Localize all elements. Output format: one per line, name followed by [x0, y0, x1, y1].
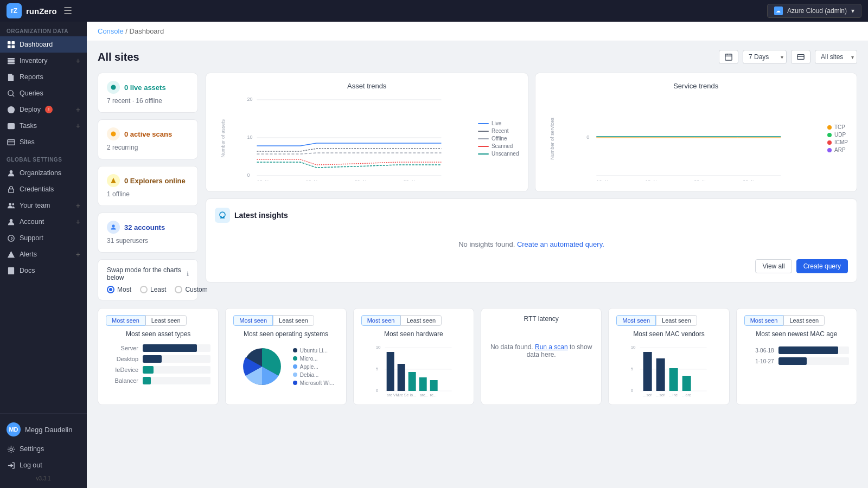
sidebar-item-organizations[interactable]: Organizations [0, 165, 87, 181]
run-scan-link[interactable]: Run a scan [535, 343, 568, 351]
legend-icmp-dot [827, 140, 832, 145]
mac-vendors-most-btn[interactable]: Most seen [616, 315, 656, 326]
os-least-btn[interactable]: Least seen [273, 315, 314, 326]
docs-icon [7, 266, 15, 275]
sidebar-item-alerts[interactable]: Alerts + [0, 246, 87, 262]
bar-row-server: Server [106, 344, 210, 352]
legend-udp-dot [827, 133, 832, 137]
create-query-button[interactable]: Create query [796, 259, 848, 273]
sidebar-item-deploy[interactable]: Deploy ! + [0, 101, 87, 118]
sidebar-item-tasks[interactable]: Tasks + [0, 118, 87, 134]
account-icon [7, 217, 15, 226]
bar-row-mac2: 1-10-27 [744, 357, 849, 365]
mac-age-least-btn[interactable]: Least seen [783, 315, 825, 326]
swap-least[interactable]: Least [140, 286, 166, 293]
swap-least-radio[interactable] [140, 286, 148, 293]
legend-live-line [478, 123, 489, 124]
legend-unscanned-line [478, 153, 489, 155]
svg-point-18 [8, 235, 14, 241]
asset-types-most-btn[interactable]: Most seen [106, 315, 145, 326]
sidebar-item-sites[interactable]: Sites [0, 134, 87, 150]
sidebar-item-credentials[interactable]: Credentials [0, 181, 87, 197]
stat-header-explorers: 0 Explorers online [107, 174, 189, 187]
svg-rect-28 [797, 55, 804, 60]
mac-vendors-least-btn[interactable]: Least seen [656, 315, 697, 326]
view-all-button[interactable]: View all [755, 259, 792, 273]
svg-rect-24 [725, 54, 732, 60]
sidebar-item-reports-label: Reports [20, 73, 43, 81]
svg-text:0: 0 [375, 388, 378, 393]
hardware-least-btn[interactable]: Least seen [400, 315, 442, 326]
deploy-plus-icon: + [76, 105, 80, 114]
sidebar-item-inventory[interactable]: Inventory + [0, 53, 87, 69]
stat-header-live: 0 live assets [107, 81, 189, 94]
sidebar-item-account-label: Account [20, 218, 44, 226]
breadcrumb-parent[interactable]: Console [98, 27, 124, 35]
organizations-icon [7, 169, 15, 177]
svg-point-30 [111, 85, 116, 90]
legend-scanned-line [478, 146, 489, 147]
breadcrumb-current: Dashboard [130, 27, 164, 35]
svg-text:0: 0 [631, 388, 634, 393]
bar-row-iedevice: IeDevice [106, 366, 210, 374]
page-header: All sites 7 Days 30 Days 90 Days [98, 50, 857, 64]
bar-server [143, 344, 197, 352]
insights-footer: View all Create query [215, 259, 848, 273]
hardware-most-btn[interactable]: Most seen [361, 315, 401, 326]
os-most-btn[interactable]: Most seen [233, 315, 273, 326]
sidebar-item-support-label: Support [20, 234, 43, 242]
hamburger-icon[interactable]: ☰ [63, 5, 72, 17]
user-profile[interactable]: MD Megg Daudelin [0, 418, 87, 441]
sidebar-item-your-team[interactable]: Your team + [0, 197, 87, 214]
sidebar-item-reports[interactable]: Reports [0, 69, 87, 85]
create-automated-query-link[interactable]: Create an automated query. [517, 240, 604, 248]
legend-scanned: Scanned [478, 143, 519, 149]
swap-most[interactable]: Most [107, 286, 131, 293]
period-select-wrapper: 7 Days 30 Days 90 Days [743, 50, 787, 64]
svg-point-31 [111, 132, 116, 137]
explorers-icon [107, 174, 120, 187]
swap-info-icon[interactable]: ℹ [187, 271, 189, 278]
sidebar-item-logout[interactable]: Log out [0, 457, 87, 473]
svg-rect-79 [669, 368, 678, 391]
swap-mode-section: Swap mode for the charts below ℹ Most Le… [98, 259, 198, 300]
site-select[interactable]: All sites [815, 50, 857, 64]
period-select[interactable]: 7 Days 30 Days 90 Days [743, 50, 787, 64]
svg-text:10: 10 [247, 134, 252, 140]
svg-text:...are: ...are [682, 393, 691, 396]
bar-mac2 [778, 357, 807, 365]
stat-header-accounts: 32 accounts [107, 221, 189, 234]
svg-text:...sof: ...sof [643, 393, 652, 396]
logo-text: runZero [26, 7, 57, 16]
version-label: v3.3.1 [0, 473, 87, 484]
sidebar-item-docs[interactable]: Docs [0, 262, 87, 279]
svg-text:are...: are... [419, 393, 428, 396]
sidebar-item-support[interactable]: Support [0, 230, 87, 246]
swap-custom-radio[interactable] [175, 286, 182, 293]
topbar-left: rZ runZero ☰ [7, 3, 72, 18]
sidebar-item-settings[interactable]: Settings [0, 441, 87, 457]
calendar-button[interactable] [719, 50, 738, 64]
sites-icon-button[interactable] [791, 50, 810, 64]
asset-types-least-btn[interactable]: Least seen [145, 315, 187, 326]
logout-label: Log out [20, 461, 42, 469]
legend-recent: Recent [478, 128, 519, 134]
sidebar-item-account[interactable]: Account + [0, 214, 87, 230]
your-team-icon [7, 201, 15, 210]
svg-point-32 [112, 224, 114, 227]
stat-card-live-assets: 0 live assets 7 recent · 16 offline [98, 73, 198, 113]
svg-text:16. Nov: 16. Nov [257, 179, 274, 181]
logo: rZ runZero [7, 3, 57, 18]
sidebar-item-sites-label: Sites [20, 138, 35, 146]
swap-custom[interactable]: Custom [175, 286, 207, 293]
cloud-selector[interactable]: ☁ Azure Cloud (admin) ▾ [767, 4, 861, 18]
mac-vendors-chart: 10 5 0 ...sof ...sof ...Inc ...are [616, 342, 721, 396]
sidebar-item-dashboard[interactable]: Dashboard [0, 36, 87, 53]
sidebar-item-queries[interactable]: Queries [0, 85, 87, 101]
mac-age-most-btn[interactable]: Most seen [744, 315, 784, 326]
swap-most-radio[interactable] [107, 286, 114, 293]
explorers-sub: 1 offline [107, 190, 189, 198]
sidebar-item-queries-label: Queries [20, 89, 43, 97]
insights-panel: Latest insights No insights found. Creat… [206, 198, 857, 282]
legend-tcp-dot [827, 125, 832, 130]
